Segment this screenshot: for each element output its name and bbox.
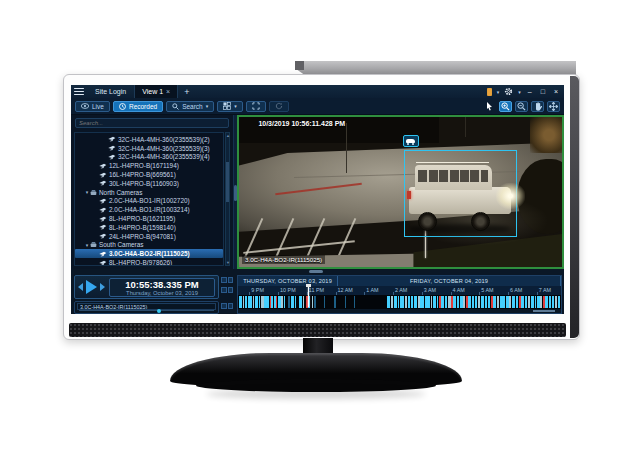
fullscreen-button[interactable] [246,101,266,112]
recorded-activity-segment [291,296,294,308]
tree-camera-item[interactable]: 2.0C-H4A-BO1-IR(1003214) [75,205,223,214]
cursor-tool[interactable] [483,101,496,112]
recorded-button[interactable]: Recorded [113,101,163,112]
alarm-caret-icon[interactable]: ▾ [497,89,500,95]
camera-icon [99,260,107,266]
minimize-button[interactable]: – [526,88,534,95]
camera-icon [108,136,116,142]
tree-camera-item[interactable]: 32C-H4A-4MH-360(2355539)(3) [75,144,223,153]
tree-camera-item[interactable]: 8L-H4PRO-B(1598140) [75,223,223,232]
timeline[interactable]: THURSDAY, OCTOBER 03, 2019FRIDAY, OCTOBE… [237,275,562,314]
layout-grid-icon [223,102,231,110]
tab-view-1[interactable]: View 1 × [134,85,178,98]
recorded-activity-segment [284,296,286,308]
mini-timeline-track[interactable] [79,310,214,311]
recorded-activity-segment [408,296,411,308]
search-button[interactable]: Search ▾ [166,101,214,112]
recorded-activity-segment [394,296,397,308]
recorded-activity-segment [312,296,314,308]
pan-tool[interactable] [531,101,544,112]
camera-mini-timeline[interactable]: 3.0C-H4A-BO2-IR(1115025) [74,301,219,314]
cycle-button[interactable] [269,101,289,112]
scroll-down-icon[interactable]: ▼ [226,260,229,265]
tree-item-label: 24L-H4PRO-B(947081) [109,233,176,240]
tab-close-icon[interactable]: × [166,88,170,95]
search-input[interactable] [76,120,228,126]
camera-icon [99,180,107,186]
timeline-day-label: THURSDAY, OCTOBER 03, 2019 [238,276,338,286]
play-button[interactable] [86,280,97,294]
scroll-up-icon[interactable]: ▲ [226,133,229,138]
surveillance-scene: 10/3/2019 10:56:11.428 PM 3.0C-H4A-BO2-I… [239,117,562,267]
close-button[interactable]: × [552,88,560,95]
video-pane[interactable]: 10/3/2019 10:56:11.428 PM 3.0C-H4A-BO2-I… [237,115,564,269]
playback-time-box: 10:55:38.335 PM Thursday, October 03, 20… [109,278,215,297]
mini-zoom-buttons[interactable] [221,303,233,309]
recorded-activity-segment [460,296,463,308]
tree-item-label: South Cameras [99,241,143,248]
timeline-ticks: 9 PM10 PM11 PM12 AM1 AM2 AM3 AM4 AM5 AM6… [238,286,561,295]
recorded-activity-segment [405,296,407,308]
new-tab-button[interactable]: + [178,87,195,97]
move-tool[interactable] [547,101,560,112]
live-button[interactable]: Live [75,101,110,112]
zoom-out-icon [517,102,526,111]
recorded-activity-segment [500,296,503,308]
tree-folder-item[interactable]: ▾South Cameras [75,241,223,250]
recorded-activity-segment [441,296,444,308]
recorded-activity-segment [445,296,447,308]
tree-camera-item[interactable]: 16L-H4PRO-B(669561) [75,170,223,179]
alarm-panel-icon[interactable] [487,88,492,96]
zoom-out-tool[interactable] [515,101,528,112]
camera-sidebar: 32C-H4A-4MH-360(2355539)(2)32C-H4A-4MH-3… [71,115,234,269]
site-login-label[interactable]: Site Login [87,88,134,95]
tree-camera-item[interactable]: 8L-H4PRO-B(978626) [75,258,223,266]
step-forward-button[interactable] [100,283,105,291]
tree-camera-item[interactable]: 32C-H4A-4MH-360(2355539)(4) [75,153,223,162]
timeline-pan-buttons[interactable] [221,287,233,293]
camera-icon [99,224,107,230]
settings-gear-icon[interactable] [504,87,513,96]
tree-item-label: 8L-H4PRO-B(978626) [109,259,172,266]
monitor-bezel: Site Login View 1 × + ▾ ▾ – □ × [63,74,580,340]
maximize-button[interactable]: □ [539,88,547,95]
recorded-activity-segment [509,296,511,308]
vehicle-detection-box[interactable] [404,150,517,237]
camera-icon [99,198,107,204]
tree-camera-item[interactable]: 3.0C-H4A-BO2-IR(1115025) [75,249,223,258]
timeline-scrollbar[interactable] [238,309,561,313]
tree-camera-item[interactable]: 2.0C-H4A-BO1-IR(1002720) [75,197,223,206]
mini-timeline-handle[interactable] [157,309,161,313]
layout-button[interactable]: ▾ [217,101,243,112]
scrollbar-thumb[interactable] [226,162,229,202]
timeline-playhead[interactable] [308,286,309,307]
recorded-activity-segment [512,296,515,308]
main-menu-icon[interactable] [71,85,87,98]
tree-camera-item[interactable]: 12L-H4PRO-B(1671194) [75,161,223,170]
tree-scrollbar[interactable]: ▲ ▼ [225,132,230,266]
step-back-button[interactable] [78,283,83,291]
timeline-scroll-thumb[interactable] [533,310,555,312]
timeline-activity-bar[interactable] [238,295,561,309]
playback-panel: 10:55:38.335 PM Thursday, October 03, 20… [74,275,219,299]
cursor-icon [486,102,493,111]
tree-item-label: 2.0C-H4A-BO1-IR(1003214) [109,206,190,213]
settings-caret-icon[interactable]: ▾ [518,89,521,95]
timeline-zoom-buttons[interactable] [221,277,233,283]
tree-camera-item[interactable]: 24L-H4PRO-B(947081) [75,232,223,241]
site-folder-icon [90,189,97,196]
recorded-activity-segment [324,296,325,308]
recorded-activity-segment [354,296,355,308]
lit-tree [530,117,562,153]
zoom-in-tool[interactable] [499,101,512,112]
sidebar-search-box[interactable] [75,118,229,128]
recorded-activity-segment [493,296,496,308]
recorded-activity-segment [540,296,542,308]
tree-folder-item[interactable]: ▾North Cameras [75,188,223,197]
monitor-shadow [206,389,426,399]
tree-camera-item[interactable]: 8L-H4PRO-B(1621195) [75,214,223,223]
playback-time: 10:55:38.335 PM [110,280,214,290]
tree-camera-item[interactable]: 30L-H4PRO-B(1160903) [75,179,223,188]
tree-camera-item[interactable]: 32C-H4A-4MH-360(2355539)(2) [75,135,223,144]
move-arrows-icon [549,102,558,111]
